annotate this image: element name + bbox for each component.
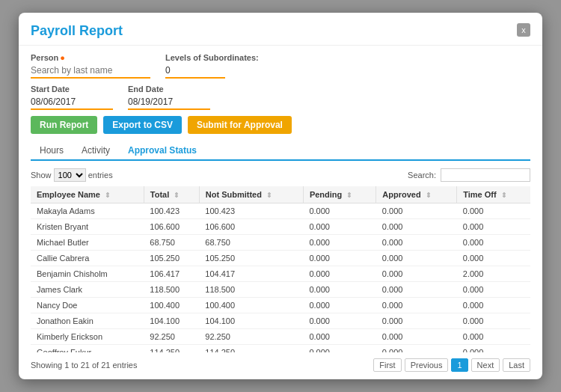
col-time-off[interactable]: Time Off ⇕ (457, 186, 530, 203)
current-page-button[interactable]: 1 (451, 358, 468, 372)
submit-approval-button[interactable]: Submit for Approval (188, 116, 292, 134)
table-body: Makayla Adams100.423100.4230.0000.0000.0… (31, 203, 530, 353)
cell-time_off: 0.000 (457, 203, 530, 219)
cell-employee_name: Makayla Adams (31, 203, 144, 219)
table-row: Callie Cabrera105.250105.2500.0000.0000.… (31, 251, 530, 266)
form-row-2: Start Date End Date (31, 85, 530, 110)
cell-not_submitted: 114.250 (199, 345, 303, 353)
cell-employee_name: James Clark (31, 282, 144, 298)
start-date-input[interactable] (31, 95, 113, 110)
tabs-bar: Hours Activity Approval Status (31, 141, 530, 161)
show-entries: Show 100 25 50 entries (31, 168, 113, 182)
search-label: Search: (408, 171, 436, 180)
cell-not_submitted: 104.417 (199, 266, 303, 282)
first-page-button[interactable]: First (373, 358, 401, 372)
person-group: Person● (31, 53, 150, 79)
export-csv-button[interactable]: Export to CSV (103, 116, 182, 134)
table-row: Jonathon Eakin104.100104.1000.0000.0000.… (31, 313, 530, 329)
tab-hours[interactable]: Hours (31, 141, 73, 161)
col-pending[interactable]: Pending ⇕ (303, 186, 375, 203)
cell-not_submitted: 100.423 (199, 203, 303, 219)
col-approved[interactable]: Approved ⇕ (376, 186, 457, 203)
cell-approved: 0.000 (376, 203, 457, 219)
close-button[interactable]: x (517, 23, 530, 37)
cell-not_submitted: 118.500 (199, 282, 303, 298)
cell-time_off: 0.000 (457, 313, 530, 329)
col-not-submitted[interactable]: Not Submitted ⇕ (199, 186, 303, 203)
cell-time_off: 0.000 (457, 251, 530, 266)
cell-employee_name: Michael Butler (31, 235, 144, 251)
end-date-input[interactable] (128, 95, 210, 110)
cell-not_submitted: 68.750 (199, 235, 303, 251)
run-report-button[interactable]: Run Report (31, 116, 97, 134)
cell-time_off: 2.000 (457, 266, 530, 282)
cell-total: 106.417 (144, 266, 199, 282)
modal-title: Payroll Report (31, 23, 123, 39)
cell-time_off: 0.000 (457, 235, 530, 251)
data-table: Employee Name ⇕ Total ⇕ Not Submitted ⇕ … (31, 186, 530, 352)
table-row: Geoffrey Fukur114.250114.2500.0000.0000.… (31, 345, 530, 353)
entries-select[interactable]: 100 25 50 (54, 168, 86, 182)
modal-header: Payroll Report x (19, 13, 542, 46)
search-input[interactable] (441, 168, 530, 182)
table-controls: Show 100 25 50 entries Search: (31, 168, 530, 182)
cell-pending: 0.000 (303, 266, 375, 282)
form-row-1: Person● Levels of Subordinates: (31, 53, 530, 79)
cell-approved: 0.000 (376, 282, 457, 298)
end-date-group: End Date (128, 85, 210, 110)
cell-not_submitted: 106.600 (199, 219, 303, 235)
table-wrapper: Employee Name ⇕ Total ⇕ Not Submitted ⇕ … (31, 186, 530, 352)
cell-total: 105.250 (144, 251, 199, 266)
cell-pending: 0.000 (303, 313, 375, 329)
col-employee-name[interactable]: Employee Name ⇕ (31, 186, 144, 203)
cell-total: 114.250 (144, 345, 199, 353)
cell-not_submitted: 104.100 (199, 313, 303, 329)
cell-not_submitted: 100.400 (199, 298, 303, 313)
cell-total: 104.100 (144, 313, 199, 329)
table-row: Nancy Doe100.400100.4000.0000.0000.000 (31, 298, 530, 313)
person-input[interactable] (31, 64, 150, 79)
table-footer: Showing 1 to 21 of 21 entries First Prev… (31, 358, 530, 372)
cell-pending: 0.000 (303, 298, 375, 313)
cell-approved: 0.000 (376, 298, 457, 313)
table-row: Kimberly Erickson92.25092.2500.0000.0000… (31, 329, 530, 345)
cell-approved: 0.000 (376, 313, 457, 329)
tab-activity[interactable]: Activity (73, 141, 119, 161)
cell-not_submitted: 105.250 (199, 251, 303, 266)
cell-total: 100.423 (144, 203, 199, 219)
cell-employee_name: Jonathon Eakin (31, 313, 144, 329)
cell-pending: 0.000 (303, 235, 375, 251)
table-row: James Clark118.500118.5000.0000.0000.000 (31, 282, 530, 298)
col-total[interactable]: Total ⇕ (144, 186, 199, 203)
action-buttons: Run Report Export to CSV Submit for Appr… (31, 116, 530, 134)
cell-employee_name: Nancy Doe (31, 298, 144, 313)
search-box: Search: (408, 168, 530, 182)
start-date-label: Start Date (31, 85, 113, 94)
next-page-button[interactable]: Next (471, 358, 500, 372)
cell-employee_name: Benjamin Chisholm (31, 266, 144, 282)
cell-pending: 0.000 (303, 345, 375, 353)
end-date-label: End Date (128, 85, 210, 94)
previous-page-button[interactable]: Previous (405, 358, 449, 372)
cell-pending: 0.000 (303, 282, 375, 298)
table-header-row: Employee Name ⇕ Total ⇕ Not Submitted ⇕ … (31, 186, 530, 203)
cell-approved: 0.000 (376, 266, 457, 282)
cell-approved: 0.000 (376, 235, 457, 251)
table-row: Benjamin Chisholm106.417104.4170.0000.00… (31, 266, 530, 282)
cell-employee_name: Kristen Bryant (31, 219, 144, 235)
cell-total: 118.500 (144, 282, 199, 298)
cell-time_off: 0.000 (457, 329, 530, 345)
cell-approved: 0.000 (376, 329, 457, 345)
table-row: Kristen Bryant106.600106.6000.0000.0000.… (31, 219, 530, 235)
cell-total: 92.250 (144, 329, 199, 345)
modal-overlay: Payroll Report x Person● Levels of Subor… (0, 0, 561, 392)
cell-total: 106.600 (144, 219, 199, 235)
subordinates-input[interactable] (165, 64, 225, 79)
subordinates-group: Levels of Subordinates: (165, 53, 259, 79)
subordinates-label: Levels of Subordinates: (165, 53, 259, 62)
showing-text: Showing 1 to 21 of 21 entries (31, 361, 137, 370)
last-page-button[interactable]: Last (503, 358, 530, 372)
cell-time_off: 0.000 (457, 298, 530, 313)
tab-approval-status[interactable]: Approval Status (119, 141, 206, 161)
cell-time_off: 0.000 (457, 219, 530, 235)
